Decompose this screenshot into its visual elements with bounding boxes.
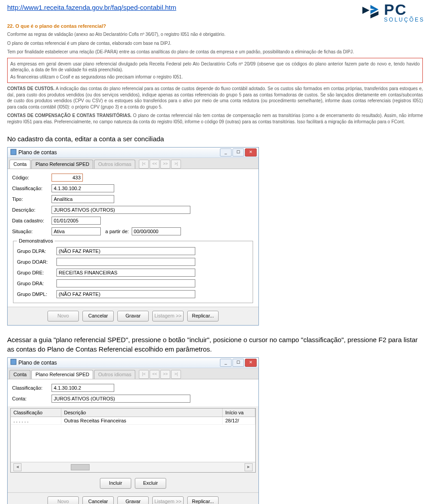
highlight-box: As empresas em geral devem usar plano re… [7,58,423,83]
grupo-dra-label: Grupo DRA: [17,281,54,286]
tab-plano-referencial-sped[interactable]: Plano Referencial SPED [31,370,93,379]
header-link[interactable]: http://www1.receita.fazenda.gov.br/faq/s… [7,4,176,11]
situacao-label: Situação: [12,229,49,234]
grid-header-inicio[interactable]: Início va [223,408,255,417]
window-title: Plano de contas [18,360,57,366]
brand-logo: PC SOLUÇÕES [361,1,425,23]
novo-button[interactable]: Novo [47,496,79,504]
faq-subhead: CONTAS DE CUSTOS. [7,86,55,91]
highlight-text: As financeiras utilizam o Cosif e as seg… [10,74,420,80]
grupo-dra-input[interactable] [56,279,195,287]
maximize-button[interactable]: ☐ [232,148,244,156]
grupo-dlpa-label: Grupo DLPA: [17,248,54,254]
faq-paragraph: Conforme as regras de validação (anexo a… [7,31,423,38]
tab-outros-idiomas: Outros idiomas [94,370,135,379]
scroll-right-icon[interactable]: ► [245,463,253,471]
logo-brand-text: PC [384,1,425,18]
data-cadastro-label: Data cadastro: [12,218,49,223]
app-icon [10,359,17,366]
maximize-button[interactable]: ☐ [232,359,244,367]
tipo-label: Tipo: [12,196,49,202]
referencial-grid: Classificação Descrição Início va . . . … [10,408,256,473]
cell-descricao: Outras Receitas Financeiras [61,417,223,424]
listagem-button[interactable]: Listagem >> [152,496,184,504]
codigo-input[interactable]: 433 [52,174,83,182]
faq-paragraph: Tem por finalidade estabelecer uma relaç… [7,49,423,55]
gravar-button[interactable]: Gravar [117,311,149,322]
cancelar-button[interactable]: Cancelar [82,496,114,504]
apartir-input[interactable]: 00/00/0000 [132,227,181,235]
novo-button[interactable]: Novo [47,311,79,322]
situacao-input[interactable]: Ativa [52,227,101,235]
demonstrativos-fieldset: Demonstrativos Grupo DLPA:(NÃO FAZ PARTE… [13,238,253,303]
close-button[interactable]: ✕ [245,148,257,156]
conta-input[interactable]: JUROS ATIVOS (OUTROS) [52,395,190,403]
descricao-input[interactable]: JUROS ATIVOS (OUTROS) [52,206,190,214]
scroll-thumb[interactable] [71,464,90,470]
faq-text: A indicação das contas do plano referenc… [7,86,423,109]
nav-next-button[interactable]: >> [160,160,170,169]
classificacao-label: Classificação: [12,186,49,191]
cell-inicio: 28/12/ [223,417,255,424]
grid-header-descricao[interactable]: Descrição [61,408,223,417]
tab-conta[interactable]: Conta [9,370,30,379]
gravar-button[interactable]: Gravar [117,496,149,504]
horizontal-scrollbar[interactable]: ◄ ► [11,462,255,472]
classificacao-input[interactable]: 4.1.30.100.2 [52,184,114,192]
cancelar-button[interactable]: Cancelar [82,311,114,322]
tab-outros-idiomas: Outros idiomas [94,160,135,169]
nav-prev-button[interactable]: << [150,370,159,379]
logo-sub-text: SOLUÇÕES [384,17,425,23]
grupo-dre-label: Grupo DRE: [17,270,54,275]
faq-paragraph: O plano de contas referencial é um plano… [7,40,423,47]
nav-prev-button[interactable]: << [150,160,159,169]
grupo-doar-input[interactable] [56,258,195,266]
excluir-button[interactable]: Excluir [135,478,166,489]
minimize-button[interactable]: _ [220,148,232,156]
body-paragraph: Acessar a guia "plano referencial SPED",… [7,335,423,354]
conta-label: Conta: [12,396,49,401]
classificacao-input[interactable]: 4.1.30.100.2 [52,384,114,392]
nav-last-button[interactable]: >| [171,160,181,169]
listagem-button[interactable]: Listagem >> [152,311,184,322]
faq-question-heading: 22. O que é o plano de contas referencia… [7,23,423,29]
window-plano-de-contas-2: Plano de contas _ ☐ ✕ Conta Plano Refere… [7,357,259,504]
logo-mark-icon [361,2,380,22]
tab-conta[interactable]: Conta [9,160,30,169]
faq-paragraph: CONTAS DE CUSTOS. A indicação das contas… [7,86,423,110]
table-row[interactable]: . . . . . . Outras Receitas Financeiras … [11,417,255,425]
tab-plano-referencial-sped[interactable]: Plano Referencial SPED [31,160,93,169]
nav-first-button[interactable]: |< [139,370,149,379]
grid-header-classificacao[interactable]: Classificação [11,408,61,417]
nav-first-button[interactable]: |< [139,160,149,169]
tipo-input[interactable]: Analítica [52,195,114,203]
highlight-text: As empresas em geral devem usar plano re… [10,61,420,73]
grupo-dre-input[interactable]: RECEITAS FINANCEIRAS [56,269,195,277]
grupo-dlpa-input[interactable]: (NÃO FAZ PARTE) [56,247,195,255]
faq-subhead: CONTAS DE COMPENSAÇÃO E CONTAS TRANSITÓR… [7,113,132,118]
grupo-doar-label: Grupo DOAR: [17,259,54,265]
nav-last-button[interactable]: >| [171,370,181,379]
close-button[interactable]: ✕ [245,359,257,367]
grupo-dmpl-input[interactable]: (NÃO FAZ PARTE) [56,290,195,298]
minimize-button[interactable]: _ [220,359,232,367]
window-plano-de-contas-1: Plano de contas _ ☐ ✕ Conta Plano Refere… [7,147,259,326]
replicar-button[interactable]: Replicar... [187,496,219,504]
window-title: Plano de contas [18,149,57,156]
apartir-label: a partir de: [105,229,129,234]
data-cadastro-input[interactable]: 01/01/2005 [52,217,101,225]
replicar-button[interactable]: Replicar... [187,311,219,322]
cell-classificacao: . . . . . . [11,417,61,424]
descricao-label: Descrição: [12,207,49,213]
nav-next-button[interactable]: >> [160,370,170,379]
svg-rect-1 [11,359,16,365]
classificacao-label: Classificação: [12,385,49,391]
scroll-left-icon[interactable]: ◄ [13,463,22,471]
body-paragraph: No cadastro da conta, editar a conta a s… [7,135,423,143]
demonstrativos-legend: Demonstrativos [17,238,55,243]
app-icon [10,149,17,156]
faq-paragraph: CONTAS DE COMPENSAÇÃO E CONTAS TRANSITÓR… [7,113,423,125]
codigo-label: Código: [12,175,49,180]
incluir-button[interactable]: Incluir [100,478,131,489]
grupo-dmpl-label: Grupo DMPL: [17,291,54,297]
